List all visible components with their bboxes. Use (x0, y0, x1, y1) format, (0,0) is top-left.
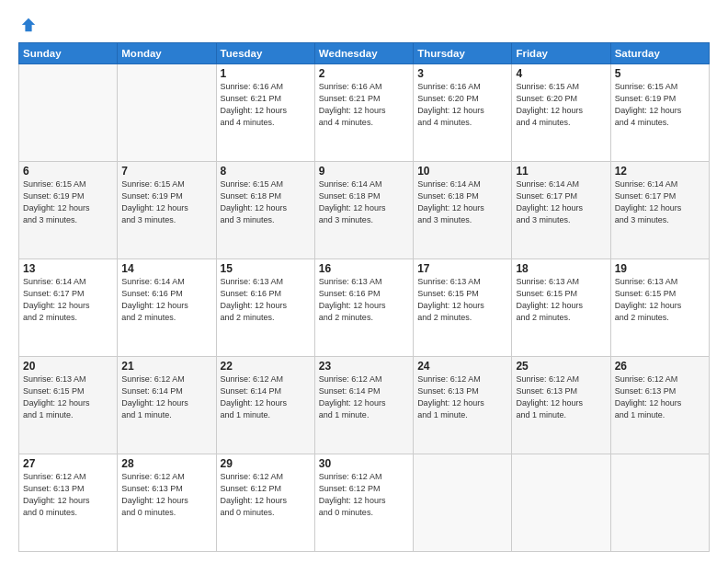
calendar-day-cell: 22Sunrise: 6:12 AM Sunset: 6:14 PM Dayli… (216, 357, 314, 454)
calendar-week-row: 6Sunrise: 6:15 AM Sunset: 6:19 PM Daylig… (19, 162, 710, 259)
day-number: 28 (121, 457, 211, 470)
day-info: Sunrise: 6:14 AM Sunset: 6:17 PM Dayligh… (516, 178, 606, 226)
calendar-day-cell (118, 64, 216, 162)
weekday-header-row: SundayMondayTuesdayWednesdayThursdayFrid… (19, 43, 710, 64)
calendar-day-cell: 12Sunrise: 6:14 AM Sunset: 6:17 PM Dayli… (610, 162, 709, 259)
weekday-header-saturday: Saturday (610, 43, 709, 64)
day-info: Sunrise: 6:15 AM Sunset: 6:20 PM Dayligh… (516, 81, 606, 129)
day-info: Sunrise: 6:13 AM Sunset: 6:15 PM Dayligh… (417, 276, 507, 324)
day-info: Sunrise: 6:13 AM Sunset: 6:15 PM Dayligh… (516, 276, 606, 324)
calendar-day-cell: 11Sunrise: 6:14 AM Sunset: 6:17 PM Dayli… (512, 162, 610, 259)
calendar-day-cell: 26Sunrise: 6:12 AM Sunset: 6:13 PM Dayli… (610, 357, 709, 454)
svg-marker-0 (22, 18, 35, 31)
logo (18, 17, 37, 33)
day-number: 21 (121, 360, 211, 373)
day-info: Sunrise: 6:12 AM Sunset: 6:13 PM Dayligh… (516, 373, 606, 421)
calendar-day-cell: 10Sunrise: 6:14 AM Sunset: 6:18 PM Dayli… (414, 162, 512, 259)
day-number: 25 (516, 360, 606, 373)
day-number: 30 (319, 457, 409, 470)
logo-icon (20, 17, 37, 33)
calendar-day-cell (19, 64, 118, 162)
calendar-week-row: 20Sunrise: 6:13 AM Sunset: 6:15 PM Dayli… (19, 357, 710, 454)
calendar-day-cell: 17Sunrise: 6:13 AM Sunset: 6:15 PM Dayli… (414, 259, 512, 357)
day-info: Sunrise: 6:12 AM Sunset: 6:13 PM Dayligh… (417, 373, 507, 421)
day-number: 3 (417, 67, 507, 80)
calendar-day-cell (512, 454, 610, 552)
calendar-day-cell (414, 454, 512, 552)
day-number: 14 (121, 262, 211, 275)
calendar-day-cell: 1Sunrise: 6:16 AM Sunset: 6:21 PM Daylig… (216, 64, 314, 162)
day-info: Sunrise: 6:16 AM Sunset: 6:21 PM Dayligh… (221, 81, 311, 129)
calendar-day-cell: 3Sunrise: 6:16 AM Sunset: 6:20 PM Daylig… (414, 64, 512, 162)
calendar-day-cell: 19Sunrise: 6:13 AM Sunset: 6:15 PM Dayli… (610, 259, 709, 357)
day-number: 5 (615, 67, 705, 80)
day-info: Sunrise: 6:12 AM Sunset: 6:13 PM Dayligh… (615, 373, 705, 421)
calendar-day-cell: 5Sunrise: 6:15 AM Sunset: 6:19 PM Daylig… (610, 64, 709, 162)
day-number: 26 (615, 360, 705, 373)
day-info: Sunrise: 6:13 AM Sunset: 6:15 PM Dayligh… (615, 276, 705, 324)
calendar-day-cell: 6Sunrise: 6:15 AM Sunset: 6:19 PM Daylig… (19, 162, 118, 259)
calendar-day-cell: 24Sunrise: 6:12 AM Sunset: 6:13 PM Dayli… (414, 357, 512, 454)
day-info: Sunrise: 6:13 AM Sunset: 6:15 PM Dayligh… (23, 373, 113, 421)
weekday-header-thursday: Thursday (414, 43, 512, 64)
calendar-day-cell: 7Sunrise: 6:15 AM Sunset: 6:19 PM Daylig… (118, 162, 216, 259)
day-info: Sunrise: 6:12 AM Sunset: 6:14 PM Dayligh… (121, 373, 211, 421)
day-info: Sunrise: 6:12 AM Sunset: 6:13 PM Dayligh… (23, 471, 113, 519)
day-info: Sunrise: 6:16 AM Sunset: 6:21 PM Dayligh… (319, 81, 409, 129)
day-number: 1 (221, 67, 311, 80)
day-info: Sunrise: 6:13 AM Sunset: 6:16 PM Dayligh… (221, 276, 311, 324)
day-info: Sunrise: 6:12 AM Sunset: 6:14 PM Dayligh… (221, 373, 311, 421)
calendar-day-cell: 16Sunrise: 6:13 AM Sunset: 6:16 PM Dayli… (314, 259, 413, 357)
day-number: 20 (23, 360, 113, 373)
calendar-week-row: 1Sunrise: 6:16 AM Sunset: 6:21 PM Daylig… (19, 64, 710, 162)
day-info: Sunrise: 6:14 AM Sunset: 6:17 PM Dayligh… (615, 178, 705, 226)
weekday-header-tuesday: Tuesday (216, 43, 314, 64)
day-number: 27 (23, 457, 113, 470)
day-number: 22 (221, 360, 311, 373)
day-info: Sunrise: 6:12 AM Sunset: 6:12 PM Dayligh… (221, 471, 311, 519)
weekday-header-sunday: Sunday (19, 43, 118, 64)
day-info: Sunrise: 6:15 AM Sunset: 6:19 PM Dayligh… (121, 178, 211, 226)
day-number: 2 (319, 67, 409, 80)
day-info: Sunrise: 6:15 AM Sunset: 6:18 PM Dayligh… (221, 178, 311, 226)
calendar-day-cell: 27Sunrise: 6:12 AM Sunset: 6:13 PM Dayli… (19, 454, 118, 552)
calendar-day-cell: 18Sunrise: 6:13 AM Sunset: 6:15 PM Dayli… (512, 259, 610, 357)
calendar-day-cell: 20Sunrise: 6:13 AM Sunset: 6:15 PM Dayli… (19, 357, 118, 454)
weekday-header-monday: Monday (118, 43, 216, 64)
calendar-day-cell: 21Sunrise: 6:12 AM Sunset: 6:14 PM Dayli… (118, 357, 216, 454)
day-number: 29 (221, 457, 311, 470)
day-info: Sunrise: 6:14 AM Sunset: 6:17 PM Dayligh… (23, 276, 113, 324)
day-number: 11 (516, 165, 606, 178)
header (18, 17, 710, 33)
weekday-header-wednesday: Wednesday (314, 43, 413, 64)
day-info: Sunrise: 6:13 AM Sunset: 6:16 PM Dayligh… (319, 276, 409, 324)
day-number: 24 (417, 360, 507, 373)
calendar-day-cell: 8Sunrise: 6:15 AM Sunset: 6:18 PM Daylig… (216, 162, 314, 259)
day-number: 13 (23, 262, 113, 275)
day-number: 23 (319, 360, 409, 373)
day-number: 7 (121, 165, 211, 178)
day-number: 16 (319, 262, 409, 275)
calendar-day-cell: 14Sunrise: 6:14 AM Sunset: 6:16 PM Dayli… (118, 259, 216, 357)
page: SundayMondayTuesdayWednesdayThursdayFrid… (0, 0, 728, 563)
day-info: Sunrise: 6:14 AM Sunset: 6:16 PM Dayligh… (121, 276, 211, 324)
calendar-day-cell: 4Sunrise: 6:15 AM Sunset: 6:20 PM Daylig… (512, 64, 610, 162)
day-info: Sunrise: 6:12 AM Sunset: 6:14 PM Dayligh… (319, 373, 409, 421)
day-number: 19 (615, 262, 705, 275)
calendar-day-cell: 9Sunrise: 6:14 AM Sunset: 6:18 PM Daylig… (314, 162, 413, 259)
day-number: 8 (221, 165, 311, 178)
calendar-day-cell: 30Sunrise: 6:12 AM Sunset: 6:12 PM Dayli… (314, 454, 413, 552)
day-number: 9 (319, 165, 409, 178)
calendar-day-cell: 25Sunrise: 6:12 AM Sunset: 6:13 PM Dayli… (512, 357, 610, 454)
calendar-day-cell: 23Sunrise: 6:12 AM Sunset: 6:14 PM Dayli… (314, 357, 413, 454)
day-info: Sunrise: 6:12 AM Sunset: 6:13 PM Dayligh… (121, 471, 211, 519)
calendar-day-cell: 15Sunrise: 6:13 AM Sunset: 6:16 PM Dayli… (216, 259, 314, 357)
calendar-day-cell: 29Sunrise: 6:12 AM Sunset: 6:12 PM Dayli… (216, 454, 314, 552)
day-number: 17 (417, 262, 507, 275)
calendar-week-row: 27Sunrise: 6:12 AM Sunset: 6:13 PM Dayli… (19, 454, 710, 552)
day-number: 6 (23, 165, 113, 178)
calendar-day-cell: 28Sunrise: 6:12 AM Sunset: 6:13 PM Dayli… (118, 454, 216, 552)
day-number: 15 (221, 262, 311, 275)
day-info: Sunrise: 6:15 AM Sunset: 6:19 PM Dayligh… (615, 81, 705, 129)
day-number: 12 (615, 165, 705, 178)
